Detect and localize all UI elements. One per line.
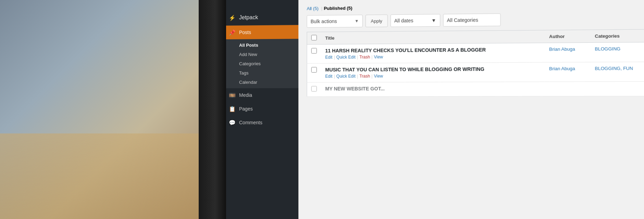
submenu-tags[interactable]: Tags	[223, 68, 298, 78]
row3-title-link[interactable]: MY NEW WEBSITE GOT...	[325, 86, 540, 92]
wp-admin-sidebar: ⚡ Jetpack 📌 Posts All Posts Add New Cate…	[223, 0, 298, 219]
table-row: 11 HARSH REALITY CHECKS YOU'LL ENCOUNTER…	[307, 42, 644, 63]
row1-checkbox-cell	[307, 44, 321, 64]
row1-edit-link[interactable]: Edit	[325, 55, 332, 60]
row2-edit-link[interactable]: Edit	[325, 74, 332, 79]
submenu-calendar[interactable]: Calendar	[223, 77, 298, 87]
row2-author-cell: Brian Abuga	[545, 62, 590, 81]
table-row: MUSIC THAT YOU CAN LISTEN TO WHILE BLOGG…	[307, 62, 644, 82]
apply-button[interactable]: Apply	[366, 14, 387, 27]
row3-author-cell	[545, 82, 590, 96]
bulk-actions-label: Bulk actions	[311, 18, 337, 24]
posts-icon: 📌	[228, 28, 236, 37]
toolbar-row: Bulk actions ▼ Apply All dates ▼ All Cat…	[307, 12, 644, 28]
submenu-categories[interactable]: Categories	[223, 59, 298, 68]
monitor-bezel	[199, 0, 226, 219]
date-filter-label: All dates	[394, 18, 413, 24]
category-filter-dropdown[interactable]: All Categories	[443, 13, 500, 26]
th-checkbox	[307, 32, 321, 44]
wp-main-content: All (5) Published (5) Bulk actions ▼ App…	[298, 0, 644, 219]
row1-trash-link[interactable]: Trash	[359, 55, 370, 60]
chevron-down-icon: ▼	[355, 18, 359, 23]
row2-title-cell: MUSIC THAT YOU CAN LISTEN TO WHILE BLOGG…	[321, 62, 545, 82]
th-categories: Categories	[591, 29, 644, 43]
sidebar-item-pages-label: Pages	[239, 106, 253, 112]
row3-title-cell: MY NEW WEBSITE GOT...	[321, 82, 545, 96]
sidebar-item-comments-label: Comments	[239, 120, 262, 125]
select-all-checkbox[interactable]	[311, 35, 317, 40]
table-header-row: Title Author Categories	[307, 29, 644, 44]
row2-categories-cell: BLOGGING, FUN	[591, 62, 644, 82]
date-chevron-icon: ▼	[431, 17, 436, 23]
row2-view-link[interactable]: View	[374, 74, 383, 78]
row1-title-link[interactable]: 11 HARSH REALITY CHECKS YOU'LL ENCOUNTER…	[325, 47, 540, 53]
row1-quickedit-link[interactable]: Quick Edit	[336, 55, 356, 60]
sidebar-item-media-label: Media	[239, 92, 252, 98]
th-author: Author	[545, 30, 590, 43]
submenu-add-new[interactable]: Add New	[223, 50, 298, 59]
row2-checkbox-cell	[307, 63, 321, 82]
comments-icon: 💬	[228, 118, 236, 127]
row1-author-link[interactable]: Brian Abuga	[549, 47, 575, 52]
row2-checkbox[interactable]	[311, 67, 317, 73]
sidebar-item-pages[interactable]: 📋 Pages	[223, 102, 298, 116]
sidebar-item-media[interactable]: 🎞️ Media	[223, 88, 298, 102]
row3-checkbox-cell	[307, 82, 321, 96]
row1-checkbox[interactable]	[311, 48, 317, 53]
sidebar-item-posts-label: Posts	[239, 29, 251, 35]
sidebar-item-posts[interactable]: 📌 Posts	[223, 25, 298, 39]
submenu-all-posts[interactable]: All Posts	[223, 40, 298, 50]
row2-author-link[interactable]: Brian Abuga	[549, 66, 575, 72]
posts-submenu: All Posts Add New Categories Tags Calend…	[223, 39, 298, 88]
desk-surface	[0, 133, 230, 219]
row1-view-link[interactable]: View	[374, 54, 383, 59]
row1-categories-cell: BLOGGING	[591, 42, 644, 62]
th-title: Title	[321, 30, 545, 44]
table-row: MY NEW WEBSITE GOT...	[307, 81, 644, 96]
filter-tabs-row: All (5) Published (5)	[307, 2, 644, 11]
filter-tab-published[interactable]: Published (5)	[324, 5, 354, 11]
row2-trash-link[interactable]: Trash	[359, 74, 370, 78]
filter-tab-all[interactable]: All (5)	[307, 6, 322, 11]
row1-title-cell: 11 HARSH REALITY CHECKS YOU'LL ENCOUNTER…	[321, 43, 545, 63]
row1-category-link[interactable]: BLOGGING	[595, 46, 621, 52]
row3-categories-cell	[591, 81, 644, 96]
date-filter-dropdown[interactable]: All dates ▼	[391, 14, 440, 27]
media-icon: 🎞️	[228, 91, 236, 99]
row3-checkbox[interactable]	[311, 86, 317, 91]
jetpack-icon: ⚡	[228, 14, 236, 22]
row2-actions: Edit | Quick Edit | Trash | View	[325, 73, 540, 79]
row2-title-link[interactable]: MUSIC THAT YOU CAN LISTEN TO WHILE BLOGG…	[325, 66, 540, 73]
category-filter-label: All Categories	[447, 17, 478, 23]
posts-table: Title Author Categories 11 HARSH REALITY…	[307, 29, 644, 97]
row2-quickedit-link[interactable]: Quick Edit	[336, 74, 356, 79]
pages-icon: 📋	[228, 105, 236, 113]
sidebar-item-jetpack[interactable]: ⚡ Jetpack	[223, 10, 298, 26]
screen-container: ⚡ Jetpack 📌 Posts All Posts Add New Cate…	[223, 0, 644, 219]
bulk-actions-dropdown[interactable]: Bulk actions ▼	[307, 15, 362, 28]
row2-category-link[interactable]: BLOGGING, FUN	[595, 66, 633, 71]
sidebar-item-label: Jetpack	[239, 14, 258, 21]
row1-actions: Edit | Quick Edit | Trash | View	[325, 54, 540, 60]
sidebar-item-comments[interactable]: 💬 Comments	[223, 116, 298, 129]
row1-author-cell: Brian Abuga	[545, 42, 590, 62]
